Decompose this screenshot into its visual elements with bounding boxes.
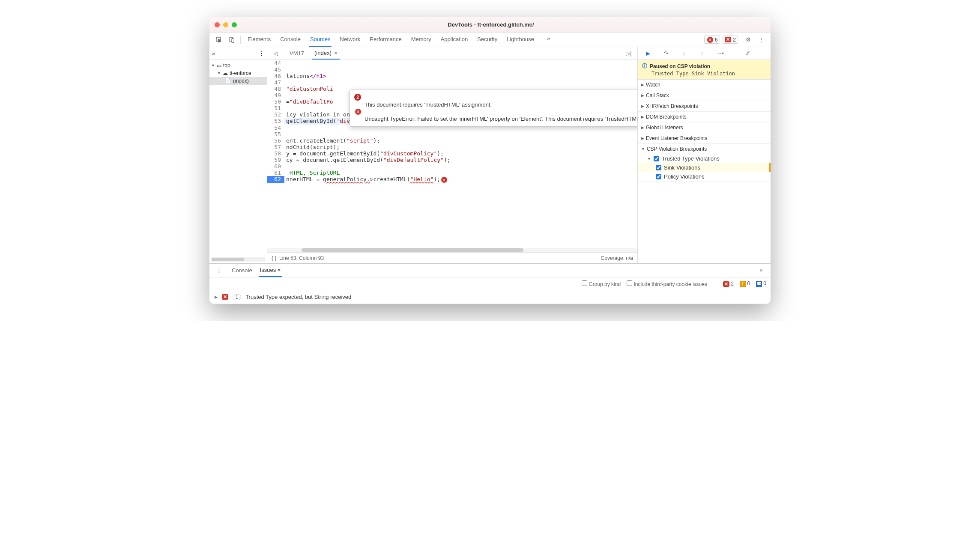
resume-icon[interactable]: ▶: [642, 48, 654, 59]
error-icon: ✕: [222, 294, 228, 300]
editor-pane: ◁ VM17 (index)× ▷| 44 45 46lations</h1> …: [267, 47, 638, 263]
run-snippet-icon[interactable]: ▷|: [623, 48, 635, 59]
nav-more-icon[interactable]: »: [212, 50, 215, 57]
drawer-tab-issues[interactable]: Issues ×: [259, 264, 282, 277]
deactivate-bp-icon[interactable]: ⁄⁄: [742, 48, 754, 59]
tree-origin[interactable]: ▼☁tt-enforce: [209, 69, 267, 77]
pane-callstack[interactable]: ▶Call Stack: [638, 90, 771, 101]
issues-warn-count[interactable]: ! 0: [740, 280, 750, 287]
drawer: ⋮ Console Issues × × Group by kind Inclu…: [209, 263, 771, 304]
file-tab-bar: ◁ VM17 (index)× ▷|: [267, 47, 637, 60]
titlebar: DevTools - tt-enforced.glitch.me/: [209, 17, 771, 33]
error-icon: ✕: [355, 109, 361, 115]
close-tab-icon[interactable]: ×: [278, 267, 281, 273]
horizontal-scrollbar[interactable]: [267, 248, 637, 252]
settings-icon[interactable]: ⚙: [742, 34, 754, 45]
nav-menu-icon[interactable]: ⋮: [259, 50, 264, 57]
tooltip-count-icon: 2: [354, 94, 361, 101]
inspect-icon[interactable]: [213, 34, 225, 45]
close-drawer-icon[interactable]: ×: [755, 265, 767, 276]
drawer-menu-icon[interactable]: ⋮: [213, 265, 225, 276]
editor-status-bar: { } Line 53, Column 93 Coverage: n/a: [267, 252, 637, 263]
step-into-icon[interactable]: ↓: [678, 48, 690, 59]
pane-event[interactable]: ▶Event Listener Breakpoints: [638, 133, 771, 143]
warn-count-badge[interactable]: ✕2: [723, 36, 738, 44]
tab-console[interactable]: Console: [279, 33, 302, 47]
tree-file-index[interactable]: 📄(index): [209, 77, 267, 85]
step-out-icon[interactable]: ↑: [696, 48, 708, 59]
csp-policy[interactable]: Policy Violations: [638, 172, 771, 181]
tree-top[interactable]: ▼▭top: [209, 62, 267, 69]
step-icon[interactable]: →•: [714, 48, 726, 59]
tab-application[interactable]: Application: [440, 33, 469, 47]
csp-trusted-type[interactable]: ▼Trusted Type Violations: [638, 154, 771, 163]
pane-global[interactable]: ▶Global Listeners: [638, 122, 771, 133]
panel-tabs: Elements Console Sources Network Perform…: [243, 33, 702, 47]
step-over-icon[interactable]: ↷: [660, 48, 672, 59]
navigator-pane: » ⋮ ▼▭top ▼☁tt-enforce 📄(index): [209, 47, 267, 263]
tab-lighthouse[interactable]: Lighthouse: [506, 33, 535, 47]
third-party-cookies[interactable]: Include third-party cookie issues: [627, 280, 707, 287]
devtools-window: DevTools - tt-enforced.glitch.me/ Elemen…: [209, 17, 771, 304]
error-icon[interactable]: ✕: [441, 177, 447, 183]
issue-row-1[interactable]: ▶ ✕ 1 Trusted Type expected, but String …: [209, 290, 771, 304]
group-by-kind[interactable]: Group by kind: [582, 280, 621, 287]
traffic-lights: [215, 22, 237, 27]
tab-elements[interactable]: Elements: [247, 33, 272, 47]
device-icon[interactable]: [226, 34, 238, 45]
debug-controls: ▶ ↷ ↓ ↑ →• ⁄⁄: [638, 47, 771, 60]
nav-back-icon[interactable]: ◁: [270, 48, 282, 59]
close-icon[interactable]: [215, 22, 220, 27]
tab-memory[interactable]: Memory: [410, 33, 432, 47]
tooltip-msg2: Uncaught TypeError: Failed to set the 'i…: [365, 116, 637, 122]
window-title: DevTools - tt-enforced.glitch.me/: [237, 21, 745, 28]
pane-dom[interactable]: ▶DOM Breakpoints: [638, 112, 771, 122]
pane-csp[interactable]: ▼CSP Violation Breakpoints: [638, 144, 771, 154]
issues-info-count[interactable]: 💬 0: [756, 280, 766, 287]
pane-watch[interactable]: ▶Watch: [638, 80, 771, 90]
debugger-pane: ▶ ↷ ↓ ↑ →• ⁄⁄ ⓘPaused on CSP violation T…: [638, 47, 771, 263]
issues-err-count[interactable]: ✕ 2: [723, 281, 734, 287]
tab-network[interactable]: Network: [339, 33, 362, 47]
tab-performance[interactable]: Performance: [369, 33, 402, 47]
main-toolbar: Elements Console Sources Network Perform…: [209, 33, 771, 47]
minimize-icon[interactable]: [223, 22, 228, 27]
zoom-icon[interactable]: [232, 22, 237, 27]
csp-sink[interactable]: Sink Violations: [638, 163, 771, 172]
svg-rect-2: [232, 39, 234, 42]
tab-sources[interactable]: Sources: [309, 33, 332, 47]
error-count-badge[interactable]: ✕6: [704, 36, 720, 44]
tab-security[interactable]: Security: [476, 33, 498, 47]
tooltip-msg1: This document requires 'TrustedHTML' ass…: [365, 101, 492, 108]
paused-banner: ⓘPaused on CSP violation Trusted Type Si…: [638, 60, 771, 80]
drawer-tab-console[interactable]: Console: [231, 264, 253, 277]
file-tab-index[interactable]: (index)×: [312, 47, 340, 60]
main-area: » ⋮ ▼▭top ▼☁tt-enforce 📄(index) ◁ VM17 (…: [209, 47, 771, 263]
info-icon: ⓘ: [642, 63, 647, 70]
kebab-icon[interactable]: ⋮: [755, 34, 767, 45]
close-tab-icon[interactable]: ×: [334, 50, 338, 56]
error-tooltip: 2 This document requires 'TrustedHTML' a…: [350, 89, 637, 127]
code-editor[interactable]: 44 45 46lations</h1> 47 48"divCustomPoli…: [267, 60, 637, 248]
file-tab-vm17[interactable]: VM17: [287, 48, 307, 59]
more-tabs-icon[interactable]: »: [543, 33, 555, 44]
pane-xhr[interactable]: ▶XHR/fetch Breakpoints: [638, 101, 771, 111]
